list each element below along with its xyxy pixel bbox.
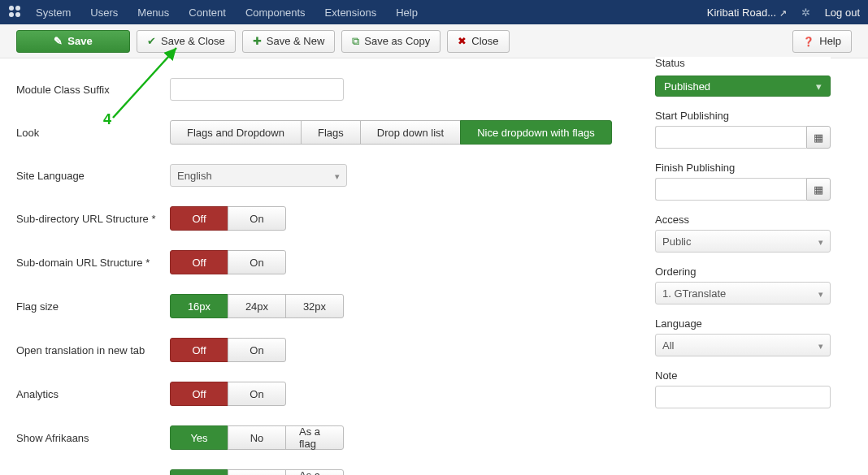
- newtab-off[interactable]: Off: [170, 338, 228, 362]
- svg-point-1: [15, 6, 20, 11]
- chevron-down-icon: [818, 339, 823, 352]
- select-status[interactable]: Published: [655, 76, 831, 97]
- label-new-tab: Open translation in new tab: [16, 344, 170, 356]
- row-subdomain: Sub-domain URL Structure * Off On: [16, 250, 639, 274]
- chevron-down-icon: [818, 287, 823, 300]
- external-icon: [779, 6, 787, 19]
- chevron-down-icon: [335, 170, 340, 182]
- copy-icon: [352, 35, 359, 48]
- row-analytics: Analytics Off On: [16, 382, 639, 406]
- chevron-down-icon: [818, 235, 823, 248]
- look-opt-2[interactable]: Drop down list: [360, 120, 461, 145]
- check-icon: [147, 35, 156, 47]
- save-close-button[interactable]: Save & Close: [137, 30, 236, 53]
- subdir-on[interactable]: On: [228, 206, 286, 231]
- subdomain-toggle: Off On: [170, 250, 286, 274]
- afrikaans-no[interactable]: No: [228, 425, 286, 450]
- analytics-toggle: Off On: [170, 382, 286, 406]
- afrikaans-yes[interactable]: Yes: [170, 425, 228, 450]
- flag-24[interactable]: 24px: [228, 294, 286, 318]
- label-flag-size: Flag size: [16, 300, 170, 313]
- newtab-toggle: Off On: [170, 338, 286, 362]
- site-link[interactable]: Kiribati Road...: [707, 6, 787, 19]
- input-module-class-suffix[interactable]: [170, 78, 344, 101]
- albanian-toggle: Yes No As a flag: [170, 469, 344, 475]
- subdomain-off[interactable]: Off: [170, 250, 228, 274]
- select-ordering[interactable]: 1. GTranslate: [655, 282, 831, 304]
- label-language: Language: [655, 317, 831, 330]
- label-finish-publishing: Finish Publishing: [655, 162, 831, 174]
- look-options: Flags and Dropdown Flags Drop down list …: [170, 120, 612, 145]
- menu-users[interactable]: Users: [90, 6, 118, 19]
- save-button[interactable]: Save: [16, 30, 130, 53]
- select-access[interactable]: Public: [655, 230, 831, 253]
- row-albanian: Show Albanian Yes No As a flag: [16, 469, 639, 475]
- albanian-yes[interactable]: Yes: [170, 469, 228, 475]
- chevron-down-icon: [816, 80, 822, 93]
- analytics-off[interactable]: Off: [170, 382, 228, 406]
- close-button[interactable]: Close: [447, 30, 509, 53]
- label-ordering: Ordering: [655, 266, 831, 278]
- flag-32[interactable]: 32px: [285, 294, 344, 318]
- select-language[interactable]: All: [655, 334, 831, 356]
- joomla-icon[interactable]: [8, 5, 21, 20]
- row-site-language: Site Language English: [16, 164, 639, 187]
- row-new-tab: Open translation in new tab Off On: [16, 338, 639, 362]
- row-flag-size: Flag size 16px 24px 32px: [16, 294, 639, 318]
- label-module-class-suffix: Module Class Suffix: [16, 84, 170, 96]
- flag-16[interactable]: 16px: [170, 294, 228, 318]
- look-opt-1[interactable]: Flags: [301, 120, 361, 145]
- calendar-finish-button[interactable]: [806, 178, 831, 201]
- help-button[interactable]: Help: [792, 30, 852, 53]
- afrikaans-flag[interactable]: As a flag: [285, 425, 344, 450]
- menu-content[interactable]: Content: [189, 6, 226, 19]
- row-afrikaans: Show Afrikaans Yes No As a flag: [16, 425, 639, 450]
- close-icon: [458, 35, 467, 47]
- top-navbar: System Users Menus Content Components Ex…: [0, 0, 868, 24]
- input-finish-publishing[interactable]: [655, 178, 806, 201]
- svg-point-3: [15, 12, 20, 17]
- input-note[interactable]: [655, 386, 831, 408]
- pencil-icon: [54, 35, 63, 47]
- subdir-off[interactable]: Off: [170, 206, 228, 231]
- label-subdir: Sub-directory URL Structure *: [16, 213, 170, 225]
- menu-help[interactable]: Help: [396, 6, 418, 19]
- save-new-button[interactable]: Save & New: [242, 30, 336, 53]
- afrikaans-toggle: Yes No As a flag: [170, 425, 344, 450]
- menu-menus[interactable]: Menus: [137, 6, 169, 19]
- save-copy-button[interactable]: Save as Copy: [341, 30, 441, 53]
- albanian-flag[interactable]: As a flag: [285, 469, 344, 475]
- help-icon: [803, 35, 814, 47]
- albanian-no[interactable]: No: [228, 469, 286, 475]
- menu-extensions[interactable]: Extensions: [325, 6, 377, 19]
- subdir-toggle: Off On: [170, 206, 286, 231]
- plus-icon: [253, 35, 262, 47]
- svg-point-2: [9, 12, 14, 17]
- look-opt-3[interactable]: Nice dropdown with flags: [460, 120, 612, 145]
- label-subdomain: Sub-domain URL Structure *: [16, 257, 170, 269]
- input-start-publishing[interactable]: [655, 126, 806, 149]
- analytics-on[interactable]: On: [228, 382, 286, 406]
- label-note: Note: [655, 369, 831, 382]
- gear-icon[interactable]: [801, 6, 810, 19]
- svg-point-0: [9, 6, 14, 11]
- row-module-class-suffix: Module Class Suffix: [16, 78, 639, 101]
- newtab-on[interactable]: On: [228, 338, 286, 362]
- label-look: Look: [16, 127, 170, 139]
- label-analytics: Analytics: [16, 388, 170, 400]
- calendar-start-button[interactable]: [806, 126, 831, 149]
- flag-size-toggle: 16px 24px 32px: [170, 294, 344, 318]
- look-opt-0[interactable]: Flags and Dropdown: [170, 120, 302, 145]
- menu-system[interactable]: System: [36, 6, 71, 19]
- calendar-icon: [814, 132, 823, 144]
- row-look: Look Flags and Dropdown Flags Drop down …: [16, 120, 639, 145]
- menu-components[interactable]: Components: [245, 6, 306, 19]
- label-site-language: Site Language: [16, 170, 170, 182]
- logout-link[interactable]: Log out: [825, 6, 860, 19]
- label-afrikaans: Show Afrikaans: [16, 432, 170, 444]
- calendar-icon: [814, 184, 823, 196]
- main-menu: System Users Menus Content Components Ex…: [36, 6, 418, 19]
- subdomain-on[interactable]: On: [228, 250, 286, 274]
- label-status: Status: [655, 57, 831, 71]
- select-site-language[interactable]: English: [170, 164, 347, 187]
